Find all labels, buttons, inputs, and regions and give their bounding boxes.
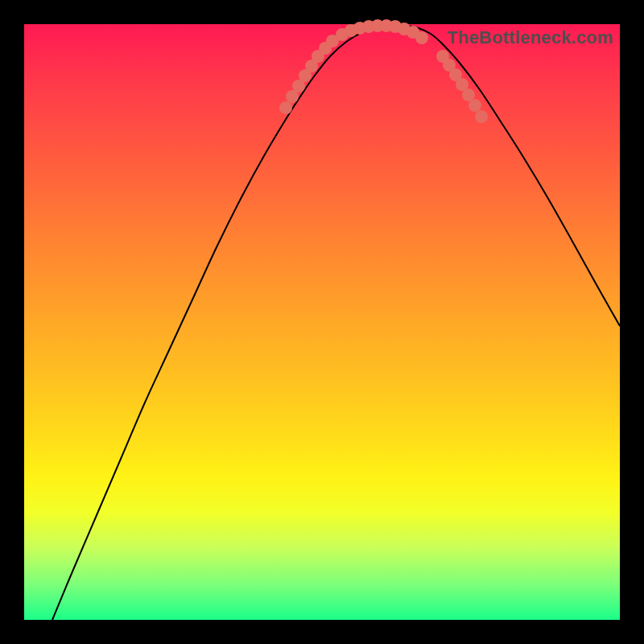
bottleneck-curve [52,26,620,620]
curve-markers [279,19,488,123]
chart-svg [24,24,620,620]
chart-plot-area: TheBottleneck.com [24,24,620,620]
curve-marker [279,101,292,114]
curve-marker [415,31,428,44]
curve-marker [469,99,481,112]
curve-marker [475,110,488,123]
